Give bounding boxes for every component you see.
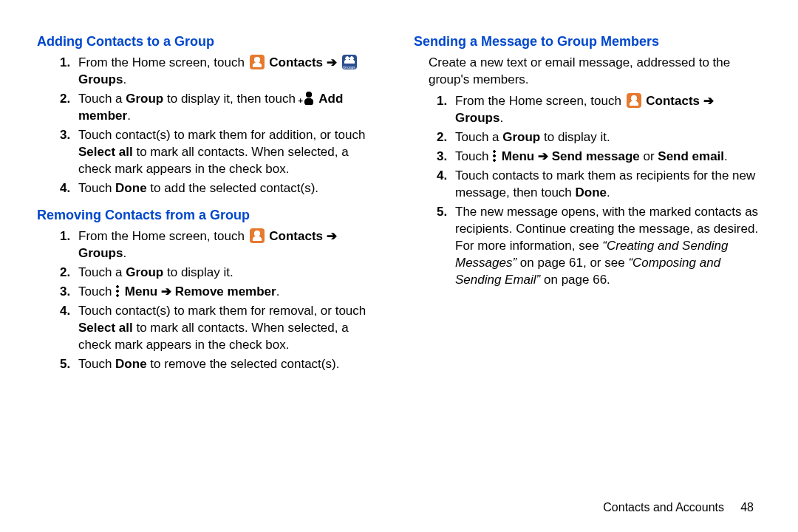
text: Touch a xyxy=(78,92,126,106)
text: Touch contact(s) to mark them for additi… xyxy=(78,128,365,142)
text-bold: Menu ➔ Send message xyxy=(502,149,640,163)
text: . xyxy=(123,246,126,260)
text: Touch xyxy=(78,357,115,371)
groups-icon xyxy=(342,55,357,69)
step: Touch a Group to display it. xyxy=(74,265,384,282)
text-bold: Group xyxy=(502,130,540,144)
text-bold: Select all xyxy=(78,321,133,335)
text: Touch contact(s) to mark them for remova… xyxy=(78,304,366,318)
text: to remove the selected contact(s). xyxy=(147,357,340,371)
contacts-icon xyxy=(627,93,641,108)
text: . xyxy=(123,72,126,86)
step: Touch Done to add the selected contact(s… xyxy=(74,180,384,197)
page-footer: Contacts and Accounts 48 xyxy=(603,501,754,514)
text-bold: Menu ➔ Remove member xyxy=(125,284,276,299)
step: Touch contacts to mark them as recipient… xyxy=(451,168,761,202)
manual-page: Adding Contacts to a Group From the Home… xyxy=(0,0,798,488)
footer-page-number: 48 xyxy=(740,501,754,514)
text: to display it. xyxy=(540,130,610,144)
step: Touch contact(s) to mark them for remova… xyxy=(74,303,384,354)
add-member-icon xyxy=(301,92,314,105)
text-bold: Contacts ➔ xyxy=(269,55,336,69)
step: From the Home screen, touch Contacts ➔ G… xyxy=(74,228,384,262)
text: to display it, then touch xyxy=(163,92,299,106)
text: . xyxy=(724,149,728,163)
text: on page 66. xyxy=(540,273,610,287)
text: Touch xyxy=(455,149,492,163)
step: Touch a Group to display it. xyxy=(451,129,761,146)
text: From the Home screen, touch xyxy=(78,55,248,69)
text-bold: Done xyxy=(115,181,147,195)
right-column: Sending a Message to Group Members Creat… xyxy=(414,30,761,473)
sending-message-steps: From the Home screen, touch Contacts ➔ G… xyxy=(414,93,761,288)
step: Touch contact(s) to mark them for additi… xyxy=(74,127,384,178)
text-bold: Group xyxy=(126,92,163,106)
step: Touch Done to remove the selected contac… xyxy=(74,356,384,373)
text: or xyxy=(640,149,658,163)
text: From the Home screen, touch xyxy=(78,229,248,243)
text: From the Home screen, touch xyxy=(455,94,625,108)
text-bold: Group xyxy=(126,265,163,279)
text-bold: Done xyxy=(576,185,607,200)
step: From the Home screen, touch Contacts ➔ G… xyxy=(74,55,384,89)
step: Touch Menu ➔ Remove member. xyxy=(74,284,384,301)
text: Touch a xyxy=(78,265,126,279)
text-bold: Send email xyxy=(658,149,724,163)
left-column: Adding Contacts to a Group From the Home… xyxy=(37,30,384,473)
removing-contacts-steps: From the Home screen, touch Contacts ➔ G… xyxy=(37,228,384,373)
contacts-icon xyxy=(250,228,265,243)
heading-sending-message: Sending a Message to Group Members xyxy=(414,33,761,50)
menu-icon xyxy=(116,285,119,297)
step: From the Home screen, touch Contacts ➔ G… xyxy=(451,93,761,127)
text: . xyxy=(607,185,610,200)
text-bold: Done xyxy=(115,357,147,371)
heading-adding-contacts: Adding Contacts to a Group xyxy=(37,33,384,50)
text: . xyxy=(127,109,131,123)
text: Touch xyxy=(78,284,115,299)
contacts-icon xyxy=(250,55,265,69)
intro-text: Create a new text or email message, addr… xyxy=(429,55,761,89)
text: . xyxy=(276,284,280,299)
step: Touch a Group to display it, then touch … xyxy=(74,91,384,125)
menu-icon xyxy=(493,150,496,162)
text: on page 61, or see xyxy=(516,256,628,270)
footer-section: Contacts and Accounts xyxy=(603,501,724,514)
text-bold: Select all xyxy=(78,145,133,159)
text: . xyxy=(499,111,503,125)
text: Touch xyxy=(78,181,115,195)
text-bold: Groups xyxy=(78,72,123,86)
step: Touch Menu ➔ Send message or Send email. xyxy=(451,149,761,166)
step: The new message opens, with the marked c… xyxy=(451,204,761,289)
adding-contacts-steps: From the Home screen, touch Contacts ➔ G… xyxy=(37,55,384,197)
heading-removing-contacts: Removing Contacts from a Group xyxy=(37,206,384,224)
text: Touch a xyxy=(455,130,502,144)
text: to display it. xyxy=(163,265,233,279)
text: to add the selected contact(s). xyxy=(147,181,318,195)
